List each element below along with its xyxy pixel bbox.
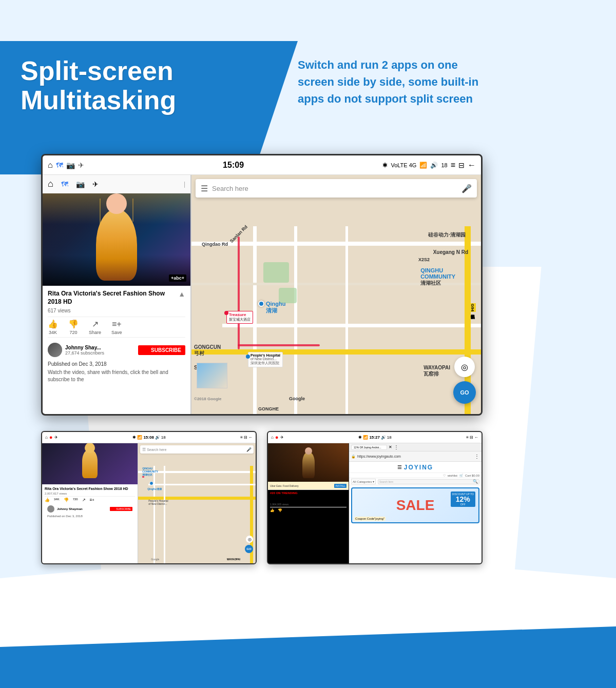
small-yt-views-left: 2,007,617 views [45, 492, 135, 495]
menu-icon[interactable]: ≡ [451, 161, 455, 170]
small-go-btn[interactable]: GO [245, 545, 253, 553]
hospital-label: People's Hospital of New District... 深圳龙… [248, 352, 283, 367]
cart-label[interactable]: Cart $0.00 [465, 474, 479, 477]
small-published-left: Published on Dec 3, 2018 [45, 514, 135, 519]
browser-more-icon[interactable]: ⋮ [394, 444, 399, 450]
yt-nav-send[interactable]: ✈ [92, 180, 99, 188]
small-split-right: Uber Eats: Food Delivery INSTALL #20 ON … [268, 443, 482, 563]
small-yt2-dislike[interactable]: 👎 1K [278, 508, 282, 516]
maps-mic-icon[interactable]: 🎤 [461, 184, 472, 193]
channel-avatar[interactable] [48, 343, 62, 357]
small-dislike-icon-l[interactable]: 👎 [64, 498, 69, 502]
small-win-icon-r[interactable]: ⊟ [470, 435, 473, 440]
banner-content: Split-screenMultitasking [0, 41, 197, 130]
yt-home-icon[interactable]: ⌂ [48, 179, 53, 189]
small-back-icon-l[interactable]: ← [248, 435, 253, 440]
small-maps-search-left[interactable]: ☰ Search here 🎤 [140, 445, 254, 454]
joying-menu-icon[interactable]: ☰ [397, 464, 402, 470]
maps-location-button[interactable]: ◎ [454, 357, 475, 377]
route-line-h [238, 344, 320, 346]
small-back-icon-r[interactable]: ← [474, 435, 478, 440]
qingdao-rd-label: Qingdao Rd [202, 242, 228, 247]
small-time-left: 15:08 [143, 435, 153, 440]
dislike-count: 720 [69, 330, 77, 335]
yt-dislike-button[interactable]: 👎 720 [68, 319, 79, 335]
small-road-h2 [148, 484, 256, 485]
dislike-icon: 👎 [68, 319, 79, 329]
signal-icon: VoLTE 4G [391, 162, 416, 168]
small-yt-info-left: Rita Ora Victoria's Secret Fashion Show … [42, 484, 138, 521]
browser-tab-ad[interactable]: 12% Off Joying Androi... [351, 445, 387, 450]
treasure-dot [224, 311, 228, 315]
home-icon[interactable]: ⌂ [48, 161, 53, 170]
windows-icon[interactable]: ⊟ [458, 161, 465, 169]
abc-badge: +abc+ [169, 274, 186, 282]
small-share-icon-l[interactable]: ↗ [82, 498, 86, 502]
yt-save-button[interactable]: ≡+ Save [111, 320, 122, 335]
publish-date: Published on Dec 3, 2018 [48, 359, 185, 369]
search-bar-browser[interactable]: Search Item 🔍 [378, 479, 479, 484]
subscribe-button[interactable]: SUBSCRIBE [138, 345, 185, 355]
back-icon[interactable]: ← [468, 161, 476, 170]
camera-icon[interactable]: 📷 [66, 161, 75, 169]
qinghu-community-label: QINGHUCOMMUNITY清湖社区 [420, 267, 455, 287]
small-qinghu-text: Qinghu清湖 [147, 487, 162, 490]
small-menu-icon-l[interactable]: ≡ [240, 435, 243, 440]
yt-maps-icon[interactable]: 🗺 [61, 180, 68, 188]
browser-menu-icon[interactable]: ⋮ [474, 454, 479, 459]
small-home-icon-l: ⌂ [45, 435, 48, 440]
small-save-icon-l[interactable]: ≡+ [90, 498, 94, 502]
small-menu-icon-r[interactable]: ≡ [466, 435, 469, 440]
small-subscribe-label-l: SUBSCRIBE [116, 507, 131, 510]
small-yt-icon [111, 508, 116, 510]
small-yt2-title[interactable]: The Chainmakers - This Feeling (Live Fro… [270, 495, 346, 503]
small-subscribe-left[interactable]: SUBSCRIBE [110, 507, 132, 511]
small-time-right: 15:27 [369, 435, 379, 440]
large-status-bar: ⌂ 🗺 📷 ✈ 15:09 ✱ VoLTE 4G 📶 🔊 18 ≡ ⊟ ← [43, 155, 481, 175]
browser-url-bar[interactable]: 🔒 https://www.joyingauto.com ⋮ [349, 451, 482, 462]
categories-dropdown[interactable]: All Categories ▾ [351, 479, 376, 484]
channel-name[interactable]: Johnny Shay... [65, 345, 104, 350]
maps-menu-icon[interactable]: ☰ [201, 184, 208, 193]
small-yt2-save[interactable]: ≡+ Save [295, 508, 301, 516]
maps-app-icon[interactable]: 🗺 [56, 161, 63, 169]
yt-camera-icon[interactable]: 📷 [76, 180, 85, 188]
small-channel-name-left[interactable]: Johnny Shayman [56, 507, 108, 510]
demo-area: ⌂ 🗺 📷 ✈ 15:09 ✱ VoLTE 4G 📶 🔊 18 ≡ ⊟ ← [41, 154, 483, 416]
small-maps-mic-icon[interactable]: 🎤 [246, 447, 252, 452]
video-description: Watch the video, share with friends, cli… [48, 369, 185, 383]
joying-logo[interactable]: JOYING [404, 464, 433, 471]
small-like-icon-l[interactable]: 👍 [45, 498, 50, 502]
small-screenshots-row: ⌂ ⏺ ✈ ✱ 📶 15:08 🔊 18 ≡ ⊟ ← [41, 431, 483, 564]
wishlist-icon[interactable]: ♡ [443, 474, 446, 477]
install-btn[interactable]: INSTALL [334, 484, 346, 488]
large-device: ⌂ 🗺 📷 ✈ 15:09 ✱ VoLTE 4G 📶 🔊 18 ≡ ⊟ ← [41, 154, 483, 416]
gonghe-label: GONGHE [258, 406, 279, 411]
wishlist-label[interactable]: wishlist [448, 474, 457, 477]
yt-expand-icon[interactable]: ▲ [178, 290, 185, 298]
yt-share-button[interactable]: ↗ Share [89, 319, 101, 335]
small-home-icon-r: ⌂ [271, 435, 274, 440]
joying-user-bar: ♡ wishlist 🛒 Cart $0.00 [349, 473, 482, 478]
yt-video-title[interactable]: Rita Ora Victoria's Secret Fashion Show … [48, 290, 175, 306]
small-search-text-l: Search here [147, 448, 166, 451]
yt-channel-row: Johnny Shay... 27,674 subscribers SUBSCR… [48, 341, 185, 359]
discount-percent: 12% [456, 496, 470, 503]
browser-url-text[interactable]: https://www.joyingauto.com [357, 455, 401, 458]
small-nav-btn[interactable]: ◎ [246, 536, 253, 543]
yt-like-button[interactable]: 👍 34K [48, 319, 58, 335]
small-yt-title-left[interactable]: Rita Ora Victoria's Secret Fashion Show … [45, 486, 135, 491]
small-google-wm: Google [151, 558, 159, 561]
browser-tab-close-icon[interactable]: ✕ [389, 445, 392, 449]
small-yt-actions-left: 👍 34K 👎 720 ↗ ≡+ [45, 496, 135, 503]
yt-view-count: 617 views [48, 308, 185, 313]
yt-logo-icon [142, 348, 148, 352]
maps-go-button[interactable]: GO [453, 381, 476, 404]
maps-search-bar[interactable]: ☰ Search here 🎤 [196, 179, 477, 198]
send-icon[interactable]: ✈ [78, 161, 84, 169]
small-yt2-share[interactable]: ↗ Share [285, 508, 292, 516]
small-win-icon-l[interactable]: ⊟ [244, 435, 247, 440]
small-yt2-like[interactable]: 👍 66K [270, 508, 275, 516]
cart-icon[interactable]: 🛒 [459, 474, 463, 477]
performer-figure [96, 209, 137, 281]
